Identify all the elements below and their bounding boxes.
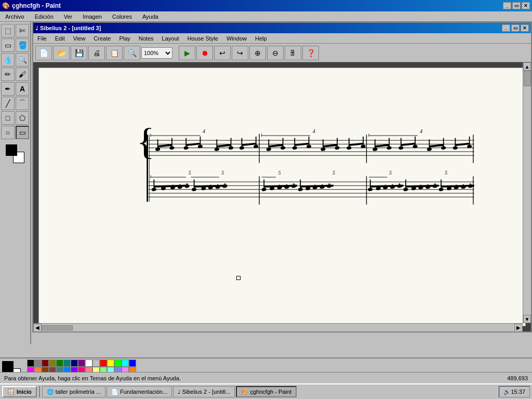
- taskbar-item-0[interactable]: 🌐 taller polimetría ...: [42, 386, 105, 397]
- paint-title: çghncfgh - Paint: [12, 2, 61, 9]
- title-bar-left: 🎨 çghncfgh - Paint: [2, 2, 61, 9]
- color-swatch[interactable]: [114, 360, 122, 367]
- sib-save-button[interactable]: 💾: [71, 46, 87, 60]
- record-button[interactable]: ⏺: [196, 46, 213, 60]
- fg-color[interactable]: [6, 144, 17, 156]
- tool-brush[interactable]: 🖌: [16, 68, 29, 81]
- sib-menu-help[interactable]: Help: [252, 34, 270, 43]
- scroll-thumb-horizontal[interactable]: [42, 325, 73, 330]
- color-swatch[interactable]: [34, 360, 42, 367]
- scroll-right-button[interactable]: ▶: [514, 324, 523, 332]
- svg-line-70: [375, 145, 389, 147]
- svg-point-170: [438, 188, 444, 192]
- sib-menu-create[interactable]: Create: [90, 34, 114, 43]
- color-swatch[interactable]: [100, 360, 107, 367]
- zoom-in-button[interactable]: ⊕: [249, 46, 266, 60]
- menu-imagen[interactable]: Imagen: [79, 12, 105, 21]
- sib-minimize-button[interactable]: _: [502, 24, 510, 32]
- color-swatch[interactable]: [27, 360, 34, 367]
- sib-maximize-button[interactable]: ▭: [511, 24, 520, 32]
- sibelius-scrollbar-horizontal[interactable]: ◀ ▶: [33, 323, 523, 331]
- close-button[interactable]: ✕: [522, 2, 530, 9]
- minimize-button[interactable]: _: [503, 2, 511, 9]
- sib-search-button[interactable]: 🔍: [124, 46, 140, 60]
- tool-magnifier[interactable]: 🔍: [16, 53, 29, 66]
- sib-menu-view[interactable]: View: [70, 34, 89, 43]
- svg-point-133: [298, 188, 303, 192]
- svg-point-158: [403, 188, 408, 192]
- taskbar: 🪟 Inicio 🌐 taller polimetría ... 📄 Funda…: [0, 383, 532, 399]
- svg-point-42: [240, 146, 245, 150]
- title-bar-controls[interactable]: _ ▭ ✕: [503, 2, 530, 9]
- tool-polygon[interactable]: ⬠: [16, 111, 29, 125]
- scroll-up-button[interactable]: ▲: [523, 62, 531, 71]
- start-button[interactable]: 🪟 Inicio: [2, 386, 37, 397]
- color-swatch[interactable]: [78, 360, 85, 367]
- sib-new-button[interactable]: 📄: [35, 46, 52, 60]
- tool-curve[interactable]: ⌒: [16, 97, 29, 110]
- menu-ayuda[interactable]: Ayuda: [139, 12, 162, 21]
- sib-open-button[interactable]: 📂: [53, 46, 70, 60]
- menu-archivo[interactable]: Archivo: [2, 12, 28, 21]
- tool-ellipse[interactable]: ○: [1, 126, 15, 139]
- sib-menu-notes[interactable]: Notes: [136, 34, 157, 43]
- scroll-down-button[interactable]: ▼: [523, 315, 531, 323]
- zoom-out-button[interactable]: ⊖: [267, 46, 284, 60]
- tool-eraser[interactable]: ▭: [1, 38, 15, 52]
- mixer-button[interactable]: 🎚: [285, 46, 301, 60]
- tool-rect[interactable]: □: [1, 111, 15, 125]
- sib-print-button[interactable]: 🖨: [88, 46, 105, 60]
- scroll-thumb-vertical[interactable]: [524, 71, 531, 86]
- foreground-color-display[interactable]: [2, 361, 14, 373]
- svg-point-65: [347, 146, 352, 150]
- color-swatch[interactable]: [49, 360, 56, 367]
- scroll-track-horizontal[interactable]: [42, 325, 514, 330]
- taskbar-item-2[interactable]: ♩ Sibelius 2 - [untitl...: [173, 386, 235, 397]
- sib-menu-edit[interactable]: Edit: [52, 34, 68, 43]
- color-swatch[interactable]: [107, 360, 114, 367]
- tool-pencil[interactable]: ✏: [1, 68, 15, 81]
- play-button[interactable]: ▶: [179, 46, 195, 60]
- color-swatch[interactable]: [56, 360, 63, 367]
- color-swatch[interactable]: [71, 360, 78, 367]
- sib-close-button[interactable]: ✕: [521, 24, 529, 32]
- sib-menu-house-style[interactable]: House Style: [184, 34, 221, 43]
- sibelius-menu-bar: File Edit View Create Play Notes Layout …: [33, 33, 531, 44]
- color-swatch[interactable]: [42, 360, 49, 367]
- tool-line[interactable]: ╱: [1, 97, 15, 110]
- color-swatch[interactable]: [85, 360, 92, 367]
- taskbar-item-1[interactable]: 📄 Fundamentación...: [107, 386, 172, 397]
- color-swatch[interactable]: [129, 360, 136, 367]
- tool-fill[interactable]: 🪣: [16, 38, 29, 52]
- color-swatch[interactable]: [92, 360, 100, 367]
- maximize-button[interactable]: ▭: [512, 2, 521, 9]
- sib-menu-layout[interactable]: Layout: [159, 34, 182, 43]
- undo-button[interactable]: ↩: [214, 46, 231, 60]
- menu-ver[interactable]: Ver: [61, 12, 76, 21]
- tool-airbrush[interactable]: ✒: [1, 82, 15, 96]
- color-swatch[interactable]: [63, 360, 71, 367]
- sib-title-controls[interactable]: _ ▭ ✕: [502, 24, 529, 32]
- help-button[interactable]: ❓: [302, 46, 319, 60]
- scroll-track-vertical[interactable]: [523, 71, 531, 315]
- taskbar-divider: [39, 386, 40, 397]
- tool-select-rect[interactable]: ⬚: [1, 24, 15, 37]
- taskbar-item-3[interactable]: 🎨 çghncfgh - Paint: [236, 386, 297, 397]
- zoom-select[interactable]: 100% 75% 50% 200%: [141, 47, 172, 59]
- taskbar-label-0: taller polimetría ...: [56, 389, 101, 395]
- tool-round-rect[interactable]: ▭: [16, 126, 29, 139]
- sib-export-button[interactable]: 📋: [106, 46, 123, 60]
- tool-text[interactable]: A: [16, 82, 29, 96]
- menu-colores[interactable]: Colores: [109, 12, 135, 21]
- tool-select-free[interactable]: ✄: [16, 24, 29, 37]
- scroll-left-button[interactable]: ◀: [33, 324, 42, 332]
- menu-edicion[interactable]: Edición: [32, 12, 57, 21]
- svg-line-24: [158, 145, 172, 147]
- sib-menu-play[interactable]: Play: [116, 34, 133, 43]
- sib-menu-window[interactable]: Window: [223, 34, 250, 43]
- tool-dropper[interactable]: 💧: [1, 53, 15, 66]
- color-swatch[interactable]: [122, 360, 129, 367]
- redo-button[interactable]: ↪: [232, 46, 248, 60]
- sib-menu-file[interactable]: File: [34, 34, 50, 43]
- sibelius-scrollbar-vertical[interactable]: ▲ ▼: [523, 62, 531, 323]
